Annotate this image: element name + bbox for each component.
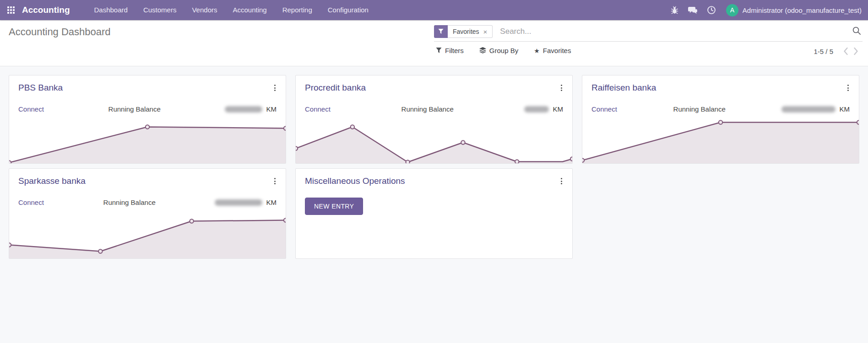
- search-view: Favorites × Search...: [434, 25, 863, 42]
- running-balance-amount: KM: [781, 105, 850, 113]
- previous-page-button[interactable]: [841, 46, 851, 56]
- facet-body: Favorites ×: [448, 25, 493, 38]
- balance-sparkline-chart: [9, 112, 286, 163]
- card-menu-button[interactable]: [558, 176, 565, 186]
- filter-funnel-icon: [436, 48, 442, 54]
- user-menu[interactable]: Administrator (odoo_manufacture_test): [743, 6, 862, 14]
- journal-title[interactable]: Raiffeisen banka: [591, 83, 656, 93]
- balance-sparkline-chart: [582, 112, 859, 163]
- messages-button[interactable]: [684, 0, 702, 20]
- chat-icon: [688, 6, 698, 15]
- next-page-button[interactable]: [851, 46, 861, 56]
- pager: 1-5 / 5: [814, 46, 861, 56]
- journal-title[interactable]: PBS Banka: [18, 83, 63, 93]
- card-menu-button[interactable]: [558, 83, 565, 93]
- running-balance-amount: KM: [225, 105, 277, 113]
- dashboard-content: PBS Banka Connect Running Balance KM Pro…: [0, 66, 868, 343]
- apps-grid-icon: [7, 6, 15, 14]
- search-input[interactable]: Favorites × Search...: [434, 25, 863, 42]
- user-avatar[interactable]: A: [726, 4, 738, 16]
- masked-balance-value: [215, 199, 262, 206]
- currency-label: KM: [839, 105, 850, 113]
- journal-title[interactable]: Procredit banka: [305, 83, 366, 93]
- menu-item-vendors[interactable]: Vendors: [184, 0, 225, 20]
- facet-remove-icon[interactable]: ×: [483, 28, 488, 35]
- search-icon[interactable]: [852, 26, 862, 38]
- control-panel: Accounting Dashboard Favorites × Search.…: [0, 20, 868, 66]
- card-menu-button[interactable]: [271, 176, 278, 186]
- journal-card-procredit-banka: Procredit banka Connect Running Balance …: [295, 75, 573, 164]
- debug-mode-button[interactable]: [666, 0, 684, 20]
- facet-funnel-badge: [434, 25, 448, 38]
- layers-icon: [479, 47, 486, 54]
- journal-card-miscellaneous-operations: Miscellaneous Operations NEW ENTRY: [295, 168, 573, 259]
- journal-cards-grid: PBS Banka Connect Running Balance KM Pro…: [9, 75, 859, 259]
- chevron-right-icon: [853, 47, 858, 55]
- page-title: Accounting Dashboard: [9, 26, 111, 38]
- filters-button[interactable]: Filters: [436, 47, 464, 54]
- favorites-button[interactable]: ★ Favorites: [534, 47, 571, 54]
- menu-item-dashboard[interactable]: Dashboard: [87, 0, 136, 20]
- filters-label: Filters: [445, 47, 464, 54]
- balance-sparkline-chart: [9, 207, 286, 258]
- journal-title[interactable]: Miscellaneous Operations: [305, 176, 405, 186]
- navbar-systray: A Administrator (odoo_manufacture_test): [666, 0, 862, 20]
- card-menu-button[interactable]: [845, 83, 852, 93]
- running-balance-label: Running Balance: [103, 198, 156, 206]
- menu-item-accounting[interactable]: Accounting: [225, 0, 274, 20]
- new-entry-button[interactable]: NEW ENTRY: [305, 198, 363, 215]
- connect-link[interactable]: Connect: [305, 105, 331, 113]
- journal-title[interactable]: Sparkasse banka: [18, 176, 86, 186]
- connect-link[interactable]: Connect: [18, 105, 44, 113]
- funnel-icon: [438, 29, 444, 34]
- menu-item-customers[interactable]: Customers: [136, 0, 184, 20]
- bug-icon: [670, 6, 679, 15]
- chevron-left-icon: [843, 47, 848, 55]
- running-balance-amount: KM: [215, 198, 277, 206]
- currency-label: KM: [266, 198, 277, 206]
- search-options: Filters Group By ★ Favorites: [436, 47, 586, 54]
- search-placeholder[interactable]: Search...: [500, 27, 852, 36]
- clock-icon: [707, 5, 716, 15]
- facet-label: Favorites: [453, 28, 479, 35]
- journal-card-raiffeisen-banka: Raiffeisen banka Connect Running Balance…: [582, 75, 859, 164]
- masked-balance-value: [524, 106, 549, 113]
- menu-item-reporting[interactable]: Reporting: [275, 0, 320, 20]
- menu-item-configuration[interactable]: Configuration: [320, 0, 376, 20]
- connect-link[interactable]: Connect: [591, 105, 617, 113]
- group-by-label: Group By: [489, 47, 518, 54]
- search-facet-favorites: Favorites ×: [434, 25, 493, 38]
- card-menu-button[interactable]: [271, 83, 278, 93]
- apps-menu-button[interactable]: [0, 6, 22, 14]
- favorites-label: Favorites: [543, 47, 571, 54]
- running-balance-label: Running Balance: [401, 105, 454, 113]
- currency-label: KM: [553, 105, 563, 113]
- main-menu: Dashboard Customers Vendors Accounting R…: [87, 0, 376, 20]
- activities-button[interactable]: [702, 0, 721, 20]
- currency-label: KM: [266, 105, 277, 113]
- running-balance-label: Running Balance: [108, 105, 161, 113]
- balance-sparkline-chart: [296, 112, 572, 163]
- running-balance-label: Running Balance: [673, 105, 726, 113]
- journal-card-sparkasse-banka: Sparkasse banka Connect Running Balance …: [9, 168, 286, 259]
- app-brand-title[interactable]: Accounting: [22, 5, 70, 15]
- group-by-button[interactable]: Group By: [479, 47, 518, 54]
- top-navbar: Accounting Dashboard Customers Vendors A…: [0, 0, 868, 20]
- masked-balance-value: [781, 106, 835, 113]
- star-icon: ★: [534, 48, 540, 54]
- running-balance-amount: KM: [524, 105, 563, 113]
- masked-balance-value: [225, 106, 262, 113]
- pager-value: 1-5 / 5: [814, 48, 833, 55]
- journal-card-pbs-banka: PBS Banka Connect Running Balance KM: [9, 75, 286, 164]
- connect-link[interactable]: Connect: [18, 198, 44, 206]
